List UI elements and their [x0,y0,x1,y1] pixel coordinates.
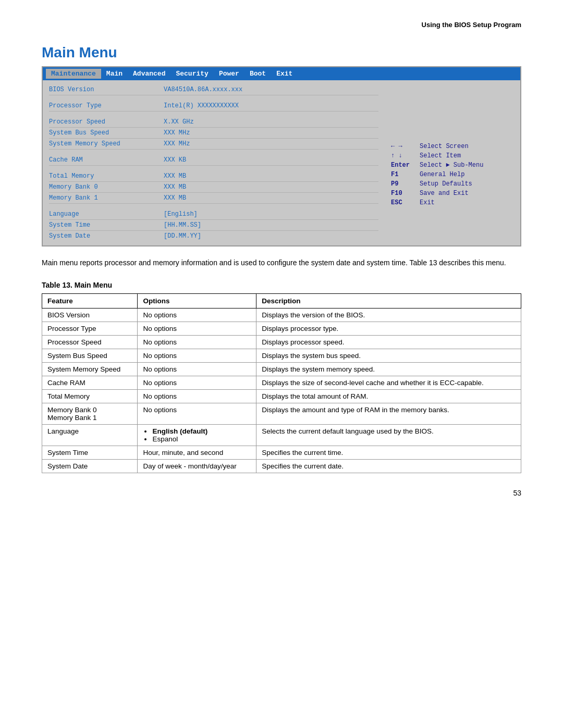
bios-help-p9: P9 Setup Defaults [391,179,514,189]
page-number: 53 [42,489,521,497]
table-row: Processor Type No options Displays proce… [42,322,521,336]
bios-row-system-bus-speed: System Bus Speed XXX MHz [49,128,378,139]
page-header: Using the BIOS Setup Program [42,21,521,29]
table-title: Table 13. Main Menu [42,281,521,289]
bios-menubar: Maintenance Main Advanced Security Power… [43,67,520,80]
bios-menu-power[interactable]: Power [214,69,244,79]
bios-menu-maintenance[interactable]: Maintenance [46,69,101,79]
bios-row-system-time: System Time [HH.MM.SS] [49,220,378,231]
col-header-feature: Feature [42,294,138,309]
bios-row-processor-type: Processor Type Intel(R) XXXXXXXXXXX [49,101,378,112]
bios-row-total-memory: Total Memory XXX MB [49,171,378,182]
bios-content: BIOS Version VA84510A.86A.xxxx.xxx Proce… [43,80,520,245]
table-row: Language English (default) Espanol Selec… [42,425,521,446]
bios-menu-advanced[interactable]: Advanced [128,69,170,79]
table-row: System Bus Speed No options Displays the… [42,349,521,363]
bios-row-bios-version: BIOS Version VA84510A.86A.xxxx.xxx [49,84,378,95]
col-header-options: Options [138,294,256,309]
table-row: Memory Bank 0Memory Bank 1 No options Di… [42,403,521,425]
table-row: Cache RAM No options Displays the size o… [42,376,521,390]
bios-help-f10: F10 Save and Exit [391,189,514,198]
bios-menu-main[interactable]: Main [101,69,128,79]
bios-row-system-memory-speed: System Memory Speed XXX MHz [49,139,378,150]
col-header-description: Description [256,294,521,309]
bios-row-cache-ram: Cache RAM XXX KB [49,155,378,166]
bios-row-processor-speed: Processor Speed X.XX GHz [49,117,378,128]
bios-help-arrows: ← → Select Screen [391,142,514,151]
bios-menu-boot[interactable]: Boot [244,69,271,79]
bios-help-panel: ← → Select Screen ↑ ↓ Select Item Enter … [385,80,520,245]
table-row: Total Memory No options Displays the tot… [42,390,521,403]
bios-menu-exit[interactable]: Exit [271,69,298,79]
table-row: BIOS Version No options Displays the ver… [42,309,521,322]
bios-help-f1: F1 General Help [391,170,514,179]
main-menu-table: Feature Options Description BIOS Version… [42,293,521,473]
table-row: System Date Day of week - month/day/year… [42,460,521,473]
bios-row-memory-bank-0: Memory Bank 0 XXX MB [49,182,378,193]
table-row: System Time Hour, minute, and second Spe… [42,446,521,460]
bios-left-panel: BIOS Version VA84510A.86A.xxxx.xxx Proce… [43,80,385,245]
bios-row-system-date: System Date [DD.MM.YY] [49,231,378,241]
bios-row-memory-bank-1: Memory Bank 1 XXX MB [49,193,378,204]
bios-help-updown: ↑ ↓ Select Item [391,151,514,161]
bios-help-enter: Enter Select ► Sub-Menu [391,161,514,170]
page-title: Main Menu [42,44,521,61]
table-row: Processor Speed No options Displays proc… [42,336,521,349]
bios-help-esc: ESC Exit [391,198,514,207]
bios-row-language: Language [English] [49,209,378,220]
bios-menu-security[interactable]: Security [170,69,213,79]
table-row: System Memory Speed No options Displays … [42,363,521,376]
bios-screenshot-box: Maintenance Main Advanced Security Power… [42,66,521,246]
description-paragraph: Main menu reports processor and memory i… [42,257,521,268]
